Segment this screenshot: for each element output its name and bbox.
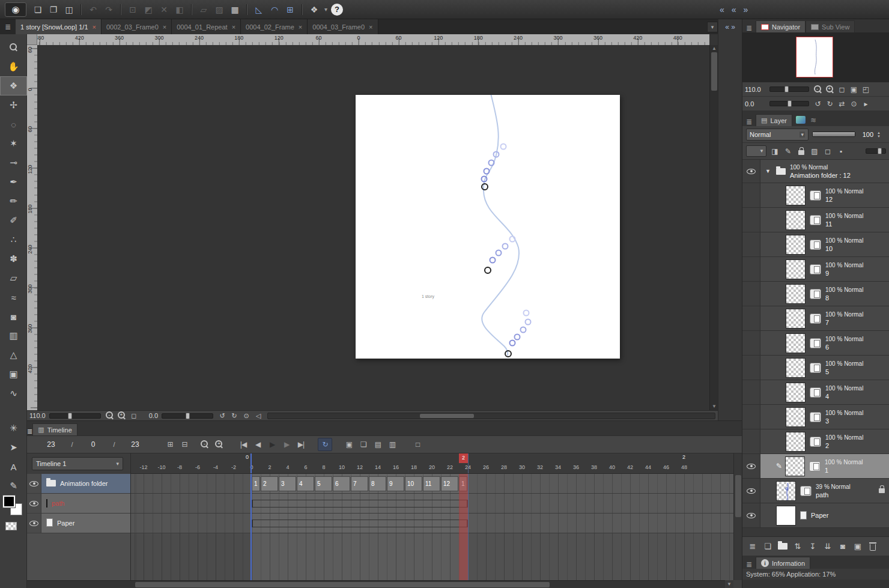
eye-icon[interactable] (747, 488, 756, 494)
path-dot[interactable] (524, 311, 529, 316)
navigator-thumbnail[interactable] (796, 37, 833, 77)
path-dot[interactable] (515, 335, 520, 340)
document-tab[interactable]: 1 story [SnowLoop] 1/1× (16, 19, 102, 34)
path-dot[interactable] (496, 250, 502, 256)
workspace-icon[interactable]: ❖ (306, 2, 322, 17)
canvas-panel-menu-icon[interactable]: ≣ (0, 19, 16, 34)
nav-flip-horizontal-icon[interactable]: ⇄ (836, 99, 848, 109)
clip-studio-logo[interactable]: ◉ (5, 2, 26, 17)
animation-cel-block[interactable]: 6 (333, 476, 350, 491)
new-file-icon[interactable]: ❏ (30, 2, 46, 17)
track-row-animation-folder[interactable]: Animation folder (27, 474, 130, 494)
eye-icon[interactable] (29, 481, 38, 486)
layer-thumbnail[interactable] (786, 284, 806, 304)
prev-frame-icon[interactable]: ◀ (250, 438, 265, 451)
auto-select-tool[interactable]: ✶ (0, 134, 27, 153)
path-dot[interactable] (526, 320, 531, 325)
mesh-transform-icon[interactable]: ▨ (211, 2, 227, 17)
redo-icon[interactable]: ↷ (101, 2, 117, 17)
layer-thumbnail[interactable] (786, 333, 806, 353)
operation-tool[interactable]: ❖ (0, 76, 27, 95)
information-panel-menu-icon[interactable]: ≣ (742, 560, 756, 569)
folder-expand-icon[interactable]: ▼ (765, 168, 771, 174)
tab-close-icon[interactable]: × (93, 23, 96, 31)
merge-to-lower-layer-icon[interactable]: ⇊ (821, 540, 834, 553)
collapse-left-dock-icon[interactable]: « (720, 5, 724, 14)
workspace-menu-arrow-icon[interactable]: ▾ (322, 2, 330, 17)
keyframe-dot[interactable] (482, 184, 488, 190)
nav-reset-rotation-icon[interactable]: ⊙ (848, 99, 860, 109)
slider-knob[interactable] (186, 413, 190, 419)
slider-knob[interactable] (878, 148, 882, 154)
tab-timeline[interactable]: ▥ Timeline (32, 423, 77, 435)
blend-tool[interactable]: ≈ (0, 288, 27, 307)
gradient-tool[interactable]: ▥ (0, 326, 27, 345)
figure-tool[interactable]: △ (0, 345, 27, 365)
layer-thumbnail[interactable] (776, 506, 796, 526)
tab-close-icon[interactable]: × (369, 23, 372, 31)
move-layer-tool[interactable]: ✢ (0, 95, 27, 115)
eye-icon[interactable] (29, 521, 38, 526)
path-dot[interactable] (501, 144, 506, 150)
collapse-strip-right-icon[interactable]: » (731, 23, 735, 31)
loop-end-marker[interactable] (468, 453, 469, 474)
animation-cel-block[interactable]: 1 (252, 476, 260, 491)
layer-row-animation-folder[interactable]: ▼100 % NormalAnimation folder : 12 (742, 160, 889, 183)
canvas-zoom-in-icon[interactable]: + (117, 411, 127, 420)
opacity-stepper[interactable]: ▲▼ (877, 131, 881, 138)
undo-icon[interactable]: ↶ (85, 2, 101, 17)
canvas-rotate-slider[interactable] (162, 413, 213, 419)
scroll-down-icon[interactable]: ▼ (710, 403, 718, 410)
tab-sub-view[interactable]: Sub View (806, 20, 855, 32)
playhead-marker[interactable]: 2 (459, 453, 468, 463)
scrollbar-thumb[interactable] (735, 475, 741, 517)
canvas-page[interactable]: 1 story (356, 95, 620, 359)
go-to-end-icon[interactable]: ▶| (294, 438, 308, 451)
nav-zoom-in-icon[interactable]: + (824, 84, 836, 95)
layer-row-cel-1[interactable]: ✎100 % Normal1 (742, 454, 889, 479)
path-dot[interactable] (521, 327, 526, 333)
eye-icon[interactable] (29, 501, 38, 506)
layer-row-path[interactable]: 39 % Normalpath (742, 479, 889, 503)
timeline-panel-menu-icon[interactable]: ≣ (27, 428, 32, 435)
layer-thumbnail[interactable] (786, 186, 806, 205)
layer-row-cel-8[interactable]: 100 % Normal8 (742, 282, 889, 306)
collapse-all-docks-icon[interactable]: « (732, 5, 736, 14)
eyedropper-tool[interactable]: ⊸ (0, 153, 27, 172)
timeline-zoom-out-icon[interactable]: - (198, 438, 212, 451)
layer-property-tab-icon[interactable] (796, 116, 806, 124)
layer-thumbnail[interactable] (786, 309, 806, 329)
nav-rotate-left-icon[interactable]: ↺ (812, 99, 824, 109)
frame-border-tool[interactable]: ▣ (0, 365, 27, 384)
onion-skin-icon[interactable]: ▣ (342, 438, 356, 451)
tab-layer[interactable]: ▤ Layer (756, 114, 792, 126)
eye-icon[interactable] (747, 464, 756, 469)
document-tab[interactable]: 0004_01_Repeat× (172, 19, 241, 34)
canvas-reset-view-icon[interactable]: ⊙ (241, 411, 252, 420)
layer-panel-menu-icon[interactable]: ≣ (742, 118, 756, 126)
path-dot[interactable] (490, 258, 496, 263)
transparent-color-swatch[interactable] (5, 522, 17, 530)
nav-fit-window-icon[interactable]: ◻ (836, 84, 848, 95)
new-layer-folder-icon[interactable] (776, 540, 789, 553)
transform-icon[interactable]: ▱ (196, 2, 211, 17)
keyframe-dot[interactable] (485, 267, 491, 273)
layer-row-cel-10[interactable]: 100 % Normal10 (742, 232, 889, 257)
zoom-tool[interactable] (0, 38, 27, 57)
balloon-tool[interactable]: ✎ (0, 476, 27, 496)
correct-line-tool[interactable]: ∿ (0, 384, 27, 403)
grid-track-row[interactable] (131, 514, 733, 533)
play-icon[interactable]: ▶ (265, 438, 279, 451)
layer-row-cel-5[interactable]: 100 % Normal5 (742, 356, 889, 380)
track-row-path[interactable]: path (27, 494, 130, 514)
nav-actual-size-icon[interactable]: ▣ (848, 84, 860, 95)
layer-color-slider[interactable] (866, 148, 886, 154)
canvas-viewport[interactable]: 1 story (37, 45, 709, 410)
timeline-vertical-scrollbar[interactable] (733, 453, 742, 580)
new-animation-cel-icon[interactable]: ❏ (356, 438, 371, 451)
delete-layer-icon[interactable] (866, 540, 879, 553)
canvas-flip-view-icon[interactable]: ◁ (253, 411, 264, 420)
canvas-rotate-right-icon[interactable]: ↻ (229, 411, 240, 420)
deselect-icon[interactable]: ⊡ (125, 2, 141, 17)
snap-to-ruler-icon[interactable]: ◺ (251, 2, 267, 17)
